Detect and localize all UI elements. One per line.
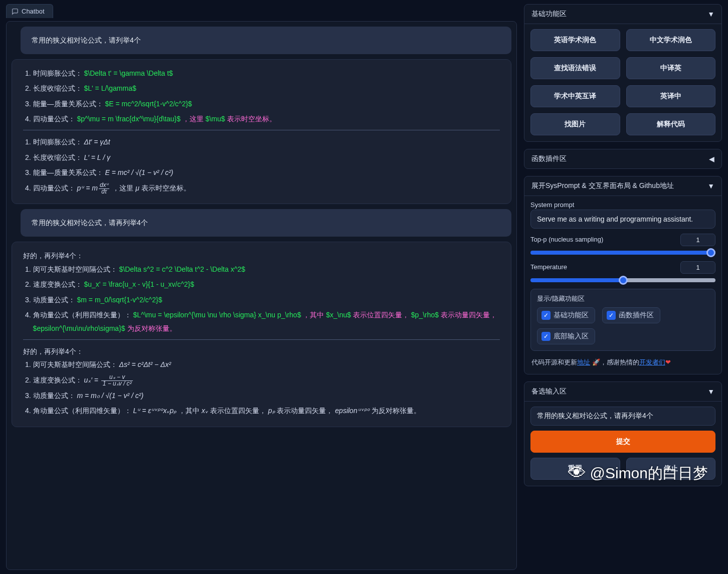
temp-slider[interactable] xyxy=(530,278,715,282)
list-item: 能量—质量关系公式： $E = mc^2/\sqrt{1-v^2/c^2}$ xyxy=(33,97,500,111)
sysprompt-input[interactable] xyxy=(530,210,715,229)
panel-alt-input: 备选输入区 ▼ 提交 重置 停止 xyxy=(524,381,722,486)
btn-find-image[interactable]: 找图片 xyxy=(530,113,620,135)
side-column: 基础功能区 ▼ 英语学术润色 中文学术润色 查找语法错误 中译英 学术中英互译 … xyxy=(524,4,722,570)
btn-en2zh[interactable]: 英译中 xyxy=(626,85,716,107)
btn-zh2en[interactable]: 中译英 xyxy=(626,57,716,79)
chk-bottom-input[interactable]: ✓ 底部输入区 xyxy=(537,328,595,344)
sysprompt-label: System prompt xyxy=(530,201,715,209)
divider xyxy=(23,339,500,340)
chat-icon xyxy=(12,8,19,15)
panel-plugins-header[interactable]: 函数插件区 ◀ xyxy=(524,149,721,168)
list-item: 动质量公式： $m = m_0/\sqrt{1-v^2/c^2}$ xyxy=(33,293,500,307)
topp-label: Top-p (nucleus sampling) xyxy=(530,236,603,243)
repo-link[interactable]: 地址 xyxy=(577,358,590,366)
chevron-down-icon: ▼ xyxy=(707,182,714,190)
panel-title: 基础功能区 xyxy=(531,10,567,19)
chk-basic[interactable]: ✓ 基础功能区 xyxy=(537,307,595,323)
temp-value[interactable] xyxy=(680,261,715,274)
panel-settings: 展开SysPrompt & 交互界面布局 & Github地址 ▼ System… xyxy=(524,176,722,374)
panel-alt-input-header[interactable]: 备选输入区 ▼ xyxy=(524,382,721,402)
btn-english-polish[interactable]: 英语学术润色 xyxy=(530,29,620,51)
footer-note: 代码开源和更新地址 🚀，感谢热情的开发者们❤ xyxy=(530,356,715,368)
tab-label: Chatbot xyxy=(22,8,45,15)
assistant-text: 好的，再列举4个： xyxy=(23,345,500,358)
basic-button-grid: 英语学术润色 中文学术润色 查找语法错误 中译英 学术中英互译 英译中 找图片 … xyxy=(530,29,715,135)
list-item: 角动量公式（利用四维矢量）： Lᵘ = εᵘᵛᵖᵒxᵥpₚ ，其中 xᵥ 表示位… xyxy=(33,404,500,418)
panel-title: 备选输入区 xyxy=(531,387,567,396)
panel-plugins: 函数插件区 ◀ xyxy=(524,149,722,169)
panel-title: 函数插件区 xyxy=(531,154,567,163)
tab-chatbot[interactable]: Chatbot xyxy=(6,4,53,18)
user-message-text: 常用的狭义相对论公式，请再列举4个 xyxy=(32,219,148,227)
btn-chinese-polish[interactable]: 中文学术润色 xyxy=(626,29,716,51)
rendered-list: 时间膨胀公式： Δt′ = γΔt 长度收缩公式： L′ = L / γ 能量—… xyxy=(33,135,500,195)
topp-slider[interactable] xyxy=(530,251,715,255)
list-item: 闵可夫斯基时空间隔公式： $\Delta s^2 = c^2 \Delta t^… xyxy=(33,263,500,276)
list-item: 四动量公式： pᵘ = mdxᵘdτ ，这里 μ 表示时空坐标。 xyxy=(33,181,500,195)
chat-scroll[interactable]: 常用的狭义相对论公式，请列举4个 时间膨胀公式： $\Delta t' = \g… xyxy=(6,21,517,570)
list-item: 动质量公式： m = m₀ / √(1 − v² / c²) xyxy=(33,389,500,403)
latex-list: 闵可夫斯基时空间隔公式： $\Delta s^2 = c^2 \Delta t^… xyxy=(33,263,500,335)
topp-value[interactable] xyxy=(680,234,715,246)
heart-icon: ❤ xyxy=(665,358,671,366)
assistant-message: 好的，再列举4个： 闵可夫斯基时空间隔公式： $\Delta s^2 = c^2… xyxy=(12,242,511,427)
btn-explain-code[interactable]: 解释代码 xyxy=(626,113,716,135)
user-message: 常用的狭义相对论公式，请再列举4个 xyxy=(21,209,511,237)
alt-input[interactable] xyxy=(530,407,715,426)
check-icon: ✓ xyxy=(607,311,616,320)
temp-label: Temperature xyxy=(530,263,567,271)
chevron-down-icon: ▼ xyxy=(707,388,714,396)
check-icon: ✓ xyxy=(541,332,551,341)
chk-plugins[interactable]: ✓ 函数插件区 xyxy=(602,307,660,323)
reset-button[interactable]: 重置 xyxy=(530,458,620,480)
visibility-title: 显示/隐藏功能区 xyxy=(537,294,709,303)
visibility-group: 显示/隐藏功能区 ✓ 基础功能区 ✓ 函数插件区 ✓ 底部输入区 xyxy=(530,289,715,351)
chevron-down-icon: ▼ xyxy=(707,10,714,18)
assistant-text: 好的，再列举4个： xyxy=(23,249,500,263)
list-item: 速度变换公式： uₓ′ = uₓ − v1 − uₓv / c² xyxy=(33,373,500,387)
list-item: 时间膨胀公式： $\Delta t' = \gamma \Delta t$ xyxy=(33,67,500,80)
submit-button[interactable]: 提交 xyxy=(530,431,715,453)
user-message-text: 常用的狭义相对论公式，请列举4个 xyxy=(32,36,141,44)
stop-button[interactable]: 停止 xyxy=(626,458,716,480)
chat-column: Chatbot 常用的狭义相对论公式，请列举4个 时间膨胀公式： $\Delta… xyxy=(6,4,517,570)
panel-basic-header[interactable]: 基础功能区 ▼ xyxy=(524,5,721,24)
assistant-message: 时间膨胀公式： $\Delta t' = \gamma \Delta t$ 长度… xyxy=(12,59,511,205)
list-item: 长度收缩公式： $L' = L/\gamma$ xyxy=(33,82,500,95)
panel-basic: 基础功能区 ▼ 英语学术润色 中文学术润色 查找语法错误 中译英 学术中英互译 … xyxy=(524,4,722,142)
latex-list: 时间膨胀公式： $\Delta t' = \gamma \Delta t$ 长度… xyxy=(33,67,500,126)
rendered-list: 闵可夫斯基时空间隔公式： Δs² = c²Δt² − Δx² 速度变换公式： u… xyxy=(33,358,500,417)
list-item: 能量—质量关系公式： E = mc² / √(1 − v² / c²) xyxy=(33,166,500,179)
check-icon: ✓ xyxy=(541,311,551,320)
btn-academic-trans[interactable]: 学术中英互译 xyxy=(530,85,620,107)
user-message: 常用的狭义相对论公式，请列举4个 xyxy=(21,27,511,54)
divider xyxy=(23,130,500,130)
devs-link[interactable]: 开发者们 xyxy=(639,358,665,366)
list-item: 闵可夫斯基时空间隔公式： Δs² = c²Δt² − Δx² xyxy=(33,358,500,371)
panel-settings-header[interactable]: 展开SysPrompt & 交互界面布局 & Github地址 ▼ xyxy=(524,176,721,196)
btn-find-grammar[interactable]: 查找语法错误 xyxy=(530,57,620,79)
tab-bar: Chatbot xyxy=(6,4,517,18)
list-item: 速度变换公式： $u_x' = \frac{u_x - v}{1 - u_xv/… xyxy=(33,278,500,291)
chevron-left-icon: ◀ xyxy=(709,155,714,163)
list-item: 长度收缩公式： L′ = L / γ xyxy=(33,151,500,164)
panel-title: 展开SysPrompt & 交互界面布局 & Github地址 xyxy=(531,181,674,190)
list-item: 四动量公式： $p^\mu = m \frac{dx^\mu}{d\tau}$ … xyxy=(33,112,500,126)
list-item: 时间膨胀公式： Δt′ = γΔt xyxy=(33,135,500,149)
list-item: 角动量公式（利用四维矢量）： $L^\mu = \epsilon^{\mu \n… xyxy=(33,308,500,335)
